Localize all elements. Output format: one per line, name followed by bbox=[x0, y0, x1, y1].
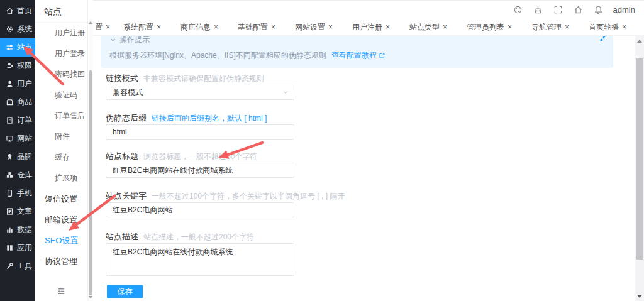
home-icon[interactable] bbox=[574, 5, 583, 14]
sidebar-item-label: 品牌 bbox=[17, 151, 32, 162]
cubes-icon bbox=[6, 171, 14, 179]
article-icon bbox=[6, 207, 14, 216]
static-suffix-input[interactable] bbox=[106, 124, 294, 140]
site-title-input[interactable] bbox=[106, 163, 294, 178]
tab-admin-list[interactable]: 管理员列表× bbox=[462, 20, 516, 35]
sub-item-agreement[interactable]: 协议管理 bbox=[35, 251, 87, 271]
scrollbar-thumb[interactable] bbox=[89, 70, 92, 295]
sub-item-attachment[interactable]: 附件 bbox=[35, 126, 87, 147]
alert-title-row[interactable]: 操作提示 bbox=[109, 36, 604, 45]
sub-item-seo-settings[interactable]: SEO设置 bbox=[35, 230, 87, 251]
scroll-down-arrow[interactable] bbox=[637, 295, 642, 298]
sidebar-item-label: 网站 bbox=[17, 133, 32, 144]
sidebar-item-article[interactable]: 文章 bbox=[0, 202, 35, 221]
collapse-panel-icon[interactable] bbox=[599, 36, 607, 43]
tab-website-settings[interactable]: 网站设置× bbox=[291, 20, 337, 35]
tab-user-register[interactable]: 用户注册× bbox=[348, 20, 394, 35]
sub-item-mail-settings[interactable]: 邮箱设置 bbox=[35, 209, 87, 230]
sub-item-extension[interactable]: 扩展项 bbox=[35, 168, 87, 189]
scroll-down-arrow[interactable] bbox=[89, 296, 92, 298]
field-hint: 链接后面的后缀别名，默认 [ html ] bbox=[152, 113, 267, 124]
sidebar-item-order[interactable]: 订单 bbox=[0, 111, 35, 129]
box-icon bbox=[6, 98, 14, 106]
sub-item-cache[interactable]: 缓存 bbox=[35, 147, 87, 168]
scroll-up-arrow[interactable] bbox=[637, 40, 642, 43]
sidebar-item-tools[interactable]: 工具 bbox=[0, 257, 35, 275]
theme-icon[interactable] bbox=[513, 5, 523, 14]
tab-site-type[interactable]: 站点类型× bbox=[405, 20, 452, 35]
fullscreen-icon[interactable] bbox=[553, 5, 563, 14]
sub-item-order-aftersale[interactable]: 订单售后 bbox=[35, 106, 87, 126]
field-label-link-mode: 链接模式非兼容模式请确保配置好伪静态规则 bbox=[106, 73, 635, 83]
medal-icon bbox=[6, 153, 14, 161]
sub-sidebar-scrollbar[interactable] bbox=[88, 19, 93, 301]
phone-icon bbox=[6, 189, 14, 197]
field-label-site-description: 站点描述站点描述，一般不超过200个字符 bbox=[106, 231, 635, 241]
field-label-site-keywords: 站点关键字一般不超过100个字符，多个关键字以半圆角逗号 [ , ] 隔开 bbox=[106, 190, 635, 200]
chevron-down-icon bbox=[282, 89, 289, 96]
close-icon[interactable]: × bbox=[386, 23, 390, 31]
tab-nav-manage[interactable]: 导航管理× bbox=[527, 20, 574, 35]
bell-icon[interactable] bbox=[594, 5, 603, 14]
close-icon[interactable]: × bbox=[443, 23, 447, 31]
sidebar-fold-button[interactable] bbox=[35, 287, 87, 296]
sidebar-item-website[interactable]: 网站 bbox=[0, 129, 35, 148]
tab-home-carousel[interactable]: 首页轮播× bbox=[584, 20, 631, 35]
sidebar-item-permission[interactable]: 权限 bbox=[0, 57, 35, 75]
user-key-icon bbox=[6, 62, 14, 70]
sidebar-item-label: 手机 bbox=[17, 188, 32, 199]
tab-system-config[interactable]: 系统配置× bbox=[119, 20, 165, 35]
sidebar-item-data[interactable]: 数据 bbox=[0, 221, 35, 239]
alert-text: 根据服务器环境[Nginx、Apache、IIS]不同配置相应的伪静态规则 bbox=[109, 50, 326, 61]
order-icon bbox=[6, 116, 14, 124]
sidebar-item-home[interactable]: 首页 bbox=[0, 2, 35, 20]
sidebar-item-user[interactable]: 用户 bbox=[0, 75, 35, 93]
sidebar-item-system[interactable]: 系统 bbox=[0, 20, 35, 38]
link-mode-select[interactable]: 兼容模式 bbox=[106, 85, 294, 100]
close-icon[interactable]: × bbox=[328, 23, 333, 31]
sidebar-item-label: 用户 bbox=[17, 79, 32, 89]
apps-icon bbox=[6, 244, 14, 252]
content-scrollbar[interactable] bbox=[635, 36, 644, 301]
site-keywords-input[interactable] bbox=[106, 202, 294, 217]
sidebar-item-apps[interactable]: 应用 bbox=[0, 239, 35, 257]
sub-item-sms-settings[interactable]: 短信设置 bbox=[35, 189, 87, 209]
operation-tip-alert: 操作提示 根据服务器环境[Nginx、Apache、IIS]不同配置相应的伪静态… bbox=[101, 36, 613, 68]
sidebar-item-label: 订单 bbox=[17, 115, 32, 126]
sidebar-item-label: 文章 bbox=[17, 206, 32, 217]
sub-item-password-recovery[interactable]: 密码找回 bbox=[35, 64, 87, 85]
save-button[interactable]: 保存 bbox=[107, 285, 143, 298]
home-icon bbox=[6, 7, 14, 15]
sidebar-item-mobile[interactable]: 手机 bbox=[0, 184, 35, 202]
close-icon[interactable]: × bbox=[508, 23, 512, 31]
external-link-icon bbox=[379, 52, 386, 59]
sub-item-user-login[interactable]: 用户登录 bbox=[35, 43, 87, 64]
field-hint: 非兼容模式请确保配置好伪静态规则 bbox=[143, 74, 264, 84]
sidebar-item-goods[interactable]: 商品 bbox=[0, 93, 35, 111]
scroll-up-arrow[interactable] bbox=[89, 21, 92, 24]
config-tutorial-link[interactable]: 查看配置教程 bbox=[331, 50, 386, 61]
tab-clipped[interactable]: 置× bbox=[96, 20, 110, 35]
user-menu[interactable]: admin bbox=[613, 5, 635, 14]
close-icon[interactable]: × bbox=[622, 23, 626, 31]
scrollbar-thumb[interactable] bbox=[636, 58, 643, 260]
sidebar-item-label: 工具 bbox=[17, 261, 32, 271]
field-hint: 一般不超过100个字符，多个关键字以半圆角逗号 [ , ] 隔开 bbox=[152, 191, 345, 202]
sidebar-item-site[interactable]: 站点 bbox=[0, 38, 35, 57]
close-icon[interactable]: × bbox=[214, 23, 218, 31]
sub-item-user-register[interactable]: 用户注册 bbox=[35, 23, 87, 43]
sidebar-item-warehouse[interactable]: 仓库 bbox=[0, 166, 35, 184]
close-icon[interactable]: × bbox=[271, 23, 275, 31]
field-label-site-title: 站点标题浏览器标题，一般不超过80个字符 bbox=[106, 151, 635, 161]
sidebar-item-brand[interactable]: 品牌 bbox=[0, 148, 35, 166]
close-icon[interactable]: × bbox=[157, 23, 161, 31]
tab-store-info[interactable]: 商店信息× bbox=[176, 20, 223, 35]
top-header: admin bbox=[93, 0, 644, 19]
site-description-textarea[interactable]: 红豆B2C电商网站在线付款商城系统 bbox=[106, 243, 294, 276]
close-icon[interactable]: × bbox=[106, 23, 110, 31]
close-icon[interactable]: × bbox=[565, 23, 569, 31]
clear-cache-icon[interactable] bbox=[533, 5, 543, 14]
sub-item-captcha[interactable]: 验证码 bbox=[35, 85, 87, 106]
tab-custom-page[interactable]: 自定义页面× bbox=[641, 20, 644, 35]
tab-basic-config[interactable]: 基础配置× bbox=[233, 20, 280, 35]
